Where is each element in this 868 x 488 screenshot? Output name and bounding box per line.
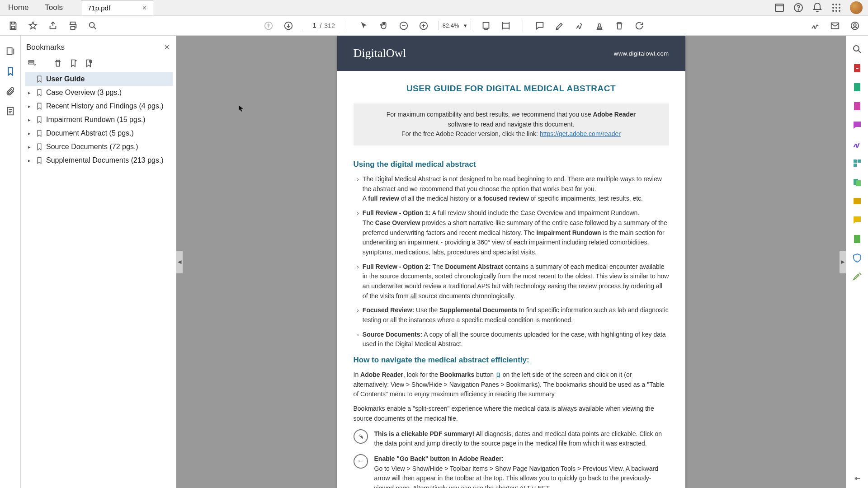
svg-rect-28 — [28, 63, 34, 64]
attachments-icon[interactable] — [5, 86, 15, 96]
comment-tool-icon[interactable] — [852, 120, 863, 131]
star-icon[interactable] — [28, 21, 38, 31]
app-tabbar: Home Tools 71p.pdf × — [0, 0, 868, 16]
main-toolbar: / 312 82.4% ▾ — [0, 16, 868, 36]
bookmark-item[interactable]: ▸Source Documents (72 pgs.) — [25, 140, 173, 154]
expand-icon[interactable]: ▸ — [26, 90, 33, 96]
rotate-icon[interactable] — [634, 21, 644, 31]
bookmark-label: Document Abstract (5 pgs.) — [46, 129, 134, 137]
bookmark-item[interactable]: ▸Case Overview (3 pgs.) — [25, 86, 173, 99]
export-pdf-icon[interactable] — [852, 63, 863, 74]
fit-width-icon[interactable] — [481, 21, 491, 31]
expand-icon[interactable]: ▸ — [26, 103, 33, 109]
svg-rect-25 — [7, 48, 12, 55]
bookmark-node-icon — [35, 75, 43, 83]
account-icon[interactable] — [850, 21, 860, 31]
expand-icon[interactable]: ▸ — [26, 144, 33, 150]
page-down-icon[interactable] — [283, 21, 293, 31]
svg-point-10 — [835, 10, 837, 12]
panel-title: Bookmarks — [26, 43, 65, 52]
bookmark-item[interactable]: ▸Recent History and Findings (4 pgs.) — [25, 99, 173, 113]
bookmark-node-icon — [35, 116, 43, 124]
bookmark-label: Impairment Rundown (15 pgs.) — [46, 116, 146, 124]
comment-icon[interactable] — [535, 21, 545, 31]
close-tab-icon[interactable]: × — [142, 4, 146, 12]
zoom-select[interactable]: 82.4% ▾ — [439, 21, 471, 30]
fill-sign-icon[interactable] — [852, 139, 863, 150]
tools-tab[interactable]: Tools — [37, 3, 71, 12]
close-panel-icon[interactable]: × — [164, 42, 170, 52]
adobe-link[interactable]: https://get.adobe.com/reader — [540, 130, 621, 137]
chevron-down-icon: ▾ — [464, 22, 467, 29]
thumbnails-icon[interactable] — [5, 47, 15, 56]
find-icon[interactable] — [88, 21, 98, 31]
share-icon[interactable] — [48, 21, 58, 31]
search-icon[interactable] — [852, 44, 863, 55]
svg-rect-35 — [858, 160, 861, 163]
help-icon[interactable] — [793, 2, 804, 13]
hand-icon[interactable] — [379, 21, 389, 31]
zoom-out-icon[interactable] — [399, 21, 409, 31]
svg-point-2 — [798, 9, 798, 10]
svg-point-11 — [839, 10, 840, 12]
select-icon[interactable] — [359, 21, 369, 31]
add-bookmark-icon[interactable] — [69, 59, 78, 68]
svg-rect-0 — [775, 4, 783, 11]
highlight-icon[interactable] — [555, 21, 565, 31]
request-sign-icon[interactable] — [852, 234, 863, 244]
window-icon[interactable] — [774, 2, 785, 13]
expand-icon[interactable]: ▸ — [26, 117, 33, 123]
avatar[interactable] — [850, 1, 863, 14]
protect-icon[interactable] — [852, 253, 863, 263]
trash-icon[interactable] — [53, 59, 62, 68]
section-heading-2: How to navigate the medical abstract eff… — [354, 356, 669, 365]
sign-icon[interactable] — [575, 21, 585, 31]
edit-pdf-icon[interactable] — [852, 82, 863, 93]
expand-icon[interactable]: ▸ — [26, 158, 33, 164]
more-tools-icon[interactable] — [852, 272, 863, 282]
bell-icon[interactable] — [812, 2, 823, 13]
svg-point-3 — [832, 4, 834, 5]
print-icon[interactable] — [68, 21, 78, 31]
section-heading: Using the digital medical abstract — [354, 160, 669, 169]
organize-icon[interactable] — [852, 158, 863, 169]
svg-rect-33 — [854, 102, 860, 110]
options-icon[interactable] — [27, 59, 36, 68]
svg-point-8 — [839, 7, 840, 9]
fit-page-icon[interactable] — [501, 21, 511, 31]
home-tab[interactable]: Home — [0, 3, 37, 12]
page-input[interactable] — [303, 21, 317, 30]
bookmark-item[interactable]: User Guide — [25, 72, 173, 86]
collapse-left-icon[interactable]: ◀ — [176, 251, 183, 273]
bookmark-item[interactable]: ▸Impairment Rundown (15 pgs.) — [25, 113, 173, 127]
stamp-icon[interactable] — [594, 21, 604, 31]
zoom-in-icon[interactable] — [419, 21, 429, 31]
layers-icon[interactable] — [5, 106, 15, 116]
combine-icon[interactable] — [852, 177, 863, 188]
create-pdf-icon[interactable] — [852, 101, 863, 112]
save-icon[interactable] — [8, 21, 18, 31]
expand-pane-icon[interactable]: ⇤ — [852, 473, 863, 483]
bookmarks-icon[interactable] — [5, 66, 15, 76]
page-up-icon[interactable] — [264, 21, 274, 31]
delete-icon[interactable] — [614, 21, 624, 31]
apps-icon[interactable] — [831, 2, 842, 13]
info-box: For maximum compatibility and best resul… — [354, 103, 669, 145]
bookmark-label: Source Documents (72 pgs.) — [46, 143, 138, 151]
find-bookmark-icon[interactable] — [84, 59, 93, 68]
mail-icon[interactable] — [830, 21, 840, 31]
svg-point-6 — [832, 7, 834, 9]
bookmark-item[interactable]: ▸Supplemental Documents (213 pgs.) — [25, 154, 173, 167]
redact-icon[interactable] — [852, 196, 863, 206]
expand-icon[interactable]: ▸ — [26, 131, 33, 136]
pdf-viewer[interactable]: ◀ ▶ DigitalOwl www.digitalowl.com USER G… — [176, 36, 846, 488]
collapse-right-icon[interactable]: ▶ — [840, 251, 846, 273]
compress-icon[interactable] — [852, 215, 863, 225]
doc-header: DigitalOwl www.digitalowl.com — [337, 36, 685, 71]
ink-icon[interactable] — [810, 21, 820, 31]
svg-rect-14 — [71, 26, 75, 29]
back-arrow-icon: ← — [354, 454, 368, 469]
document-tab[interactable]: 71p.pdf × — [81, 0, 153, 15]
bookmark-item[interactable]: ▸Document Abstract (5 pgs.) — [25, 127, 173, 140]
bookmark-label: User Guide — [46, 75, 85, 83]
